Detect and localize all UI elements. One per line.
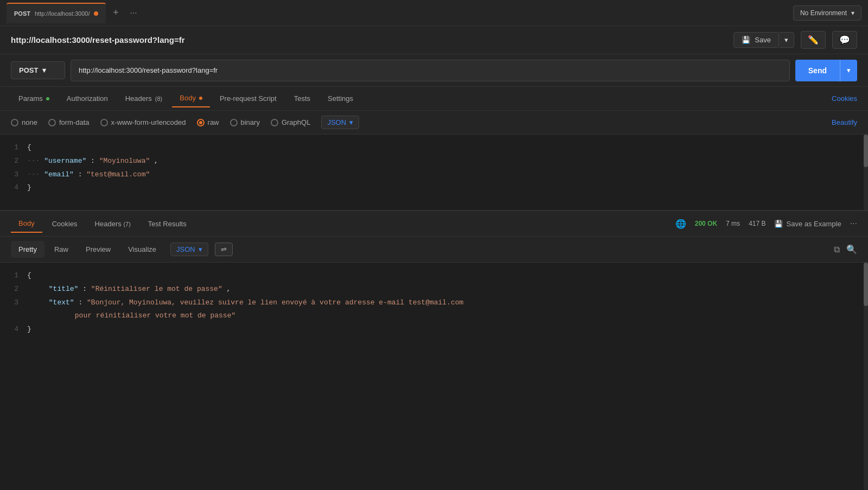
edit-icon: ✏️: [808, 35, 819, 45]
tab-url: http://localhost:3000/: [35, 10, 90, 17]
tab-authorization[interactable]: Authorization: [59, 90, 116, 107]
resp-code-line-4: 4 }: [0, 323, 868, 336]
radio-binary[interactable]: [230, 119, 238, 126]
response-right-icons: ⧉ 🔍: [834, 244, 857, 254]
resp-format-visualize[interactable]: Visualize: [120, 241, 164, 258]
resp-tab-cookies[interactable]: Cookies: [44, 215, 85, 232]
chevron-down-icon: ▾: [199, 245, 202, 253]
response-body-editor[interactable]: 1 { 2 "title" : "Réinitialiser le mot de…: [0, 263, 868, 490]
chevron-down-icon: ▾: [42, 66, 46, 74]
resp-headers-badge: (7): [123, 221, 130, 227]
tab-bar: POST http://localhost:3000/ + ··· No Env…: [0, 0, 868, 26]
code-line-4: 4 }: [0, 181, 868, 195]
body-type-binary[interactable]: binary: [230, 118, 260, 126]
method-label: POST: [19, 66, 38, 74]
url-bar: POST ▾ Send ▾: [0, 54, 868, 87]
save-dropdown-button[interactable]: ▾: [779, 32, 794, 48]
radio-raw[interactable]: [197, 119, 205, 126]
chevron-down-icon: ▾: [349, 118, 353, 126]
save-button[interactable]: 💾 Save: [733, 32, 779, 48]
resp-scrollbar[interactable]: [864, 263, 868, 490]
resp-format-preview[interactable]: Preview: [78, 241, 118, 258]
resp-code-line-1: 1 {: [0, 269, 868, 283]
tab-method: POST: [14, 10, 30, 17]
params-dot: [46, 97, 49, 100]
body-type-raw[interactable]: raw: [197, 118, 219, 126]
editor-scrollbar[interactable]: [864, 135, 868, 210]
response-meta: 🌐 200 OK 7 ms 417 B 💾 Save as Example ··…: [675, 219, 857, 229]
save-icon: 💾: [774, 220, 783, 228]
body-type-graphql[interactable]: GraphQL: [271, 118, 310, 126]
radio-none[interactable]: [11, 119, 18, 126]
code-line-1: 1 {: [0, 141, 868, 155]
search-button[interactable]: 🔍: [846, 244, 857, 254]
tab-more-button[interactable]: ···: [125, 6, 141, 20]
format-selector[interactable]: JSON ▾: [321, 116, 359, 129]
resp-format-raw[interactable]: Raw: [47, 241, 76, 258]
tab-bar-right: No Environment ▾: [793, 5, 861, 21]
tab-headers[interactable]: Headers (8): [118, 90, 170, 107]
comment-icon: 💬: [839, 35, 850, 45]
radio-urlencoded[interactable]: [100, 119, 108, 126]
response-size: 417 B: [749, 220, 765, 227]
resp-code-line-3: 3 "text" : "Bonjour, Moyinoluwa, veuille…: [0, 296, 868, 310]
tab-dot: [94, 11, 98, 16]
resp-tab-test-results[interactable]: Test Results: [141, 215, 194, 232]
request-tab[interactable]: POST http://localhost:3000/: [7, 3, 106, 23]
resp-tab-body[interactable]: Body: [11, 215, 42, 233]
environment-selector[interactable]: No Environment ▾: [793, 5, 861, 21]
resp-tab-headers[interactable]: Headers (7): [87, 215, 138, 232]
tab-pre-request[interactable]: Pre-request Script: [212, 90, 284, 107]
response-tabs-bar: Body Cookies Headers (7) Test Results 🌐 …: [0, 211, 868, 237]
resp-scrollbar-thumb[interactable]: [864, 263, 868, 306]
resp-format-pretty[interactable]: Pretty: [11, 241, 44, 258]
edit-button[interactable]: ✏️: [801, 31, 826, 49]
resp-code-line-3b: pour réinitialiser votre mot de passe": [0, 309, 868, 323]
globe-icon: 🌐: [675, 219, 686, 229]
save-icon: 💾: [742, 36, 750, 44]
response-format-bar: Pretty Raw Preview Visualize JSON ▾ ⇌ ⧉ …: [0, 237, 868, 263]
body-type-none[interactable]: none: [11, 118, 37, 126]
resp-code-line-2: 2 "title" : "Réinitialiser le mot de pas…: [0, 283, 868, 296]
tab-params[interactable]: Params: [11, 90, 57, 107]
request-body-editor[interactable]: 1 { 2 ··· "username" : "Moyinoluwa" , 3 …: [0, 135, 868, 211]
response-more-button[interactable]: ···: [850, 219, 857, 228]
url-input[interactable]: [71, 60, 790, 81]
body-dot: [199, 97, 202, 100]
chevron-down-icon: ▾: [784, 36, 788, 44]
save-example-button[interactable]: 💾 Save as Example: [774, 220, 841, 228]
beautify-button[interactable]: Beautify: [832, 118, 857, 126]
headers-badge: (8): [155, 96, 162, 102]
editor-scrollbar-thumb[interactable]: [864, 135, 868, 167]
code-line-2: 2 ··· "username" : "Moyinoluwa" ,: [0, 155, 868, 168]
status-badge: 200 OK: [695, 220, 717, 227]
copy-button[interactable]: ⧉: [834, 245, 840, 254]
tab-body[interactable]: Body: [172, 90, 210, 107]
chevron-down-icon: ▾: [847, 66, 851, 74]
tab-tests[interactable]: Tests: [286, 90, 318, 107]
cookies-link[interactable]: Cookies: [832, 94, 857, 103]
resp-format-selector[interactable]: JSON ▾: [170, 243, 208, 256]
chevron-down-icon: ▾: [851, 9, 854, 17]
request-title: http://localhost:3000/reset-password?lan…: [11, 35, 727, 44]
body-type-form-data[interactable]: form-data: [48, 118, 90, 126]
request-tabs: Params Authorization Headers (8) Body Pr…: [0, 87, 868, 111]
tab-settings[interactable]: Settings: [320, 90, 361, 107]
code-line-3: 3 ··· "email" : "test@mail.com": [0, 168, 868, 182]
method-selector[interactable]: POST ▾: [11, 61, 65, 79]
new-tab-button[interactable]: +: [108, 5, 123, 21]
body-type-bar: none form-data x-www-form-urlencoded raw…: [0, 111, 868, 135]
request-name-bar: http://localhost:3000/reset-password?lan…: [0, 26, 868, 54]
radio-form-data[interactable]: [48, 119, 56, 126]
body-type-urlencoded[interactable]: x-www-form-urlencoded: [100, 118, 186, 126]
send-button[interactable]: Send: [795, 60, 840, 81]
wrap-icon: ⇌: [221, 245, 227, 253]
send-dropdown-button[interactable]: ▾: [840, 60, 857, 81]
radio-graphql[interactable]: [271, 119, 278, 126]
wrap-button[interactable]: ⇌: [215, 243, 233, 256]
comment-button[interactable]: 💬: [832, 31, 857, 49]
response-time: 7 ms: [726, 220, 740, 227]
